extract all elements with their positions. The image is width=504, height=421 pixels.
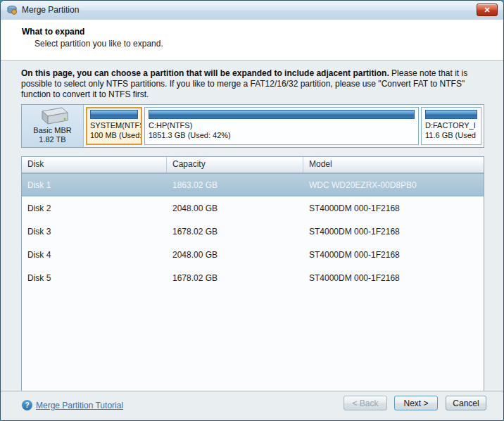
cell-capacity: 2048.00 GB xyxy=(167,250,303,260)
close-icon: ✕ xyxy=(484,6,490,14)
partitions-strip: SYSTEM(NTFS) 100 MB (Used: C:HP(NTFS) 18… xyxy=(84,105,484,147)
dialog-body: On this page, you can choose a partition… xyxy=(1,61,503,391)
step-title: What to expand xyxy=(22,27,503,37)
cell-capacity: 1678.02 GB xyxy=(167,227,303,237)
cell-model: WDC WD20EZRX-00D8PB0 xyxy=(303,180,484,190)
column-header-capacity[interactable]: Capacity xyxy=(167,157,303,172)
column-header-disk[interactable]: Disk xyxy=(22,157,167,172)
cell-capacity: 2048.00 GB xyxy=(167,203,303,213)
cell-model: ST4000DM 000-1F2168 xyxy=(303,203,484,213)
partition-name: SYSTEM(NTFS) xyxy=(90,120,138,130)
tutorial-link[interactable]: Merge Partition Tutorial xyxy=(36,401,123,410)
table-row-disk4[interactable]: Disk 4 2048.00 GB ST4000DM 000-1F2168 xyxy=(22,243,484,266)
next-button[interactable]: Next > xyxy=(394,396,438,410)
titlebar[interactable]: Merge Partition ✕ xyxy=(1,1,503,20)
cell-capacity: 1863.02 GB xyxy=(167,180,303,190)
question-mark: ? xyxy=(25,401,29,409)
instructions-text: On this page, you can choose a partition… xyxy=(21,68,486,100)
disk-info-panel[interactable]: Basic MBR 1.82 TB xyxy=(22,105,84,147)
partition-system[interactable]: SYSTEM(NTFS) 100 MB (Used: xyxy=(86,107,142,145)
instructions-lead: On this page, you can choose a partition… xyxy=(21,68,389,78)
cell-disk: Disk 4 xyxy=(22,250,167,260)
cell-disk: Disk 1 xyxy=(22,180,167,190)
partition-detail: 1851.3 GB (Used: 42%) xyxy=(149,130,415,140)
table-row-disk5[interactable]: Disk 5 1678.02 GB ST4000DM 000-1F2168 xyxy=(22,266,484,289)
cell-capacity: 1678.02 GB xyxy=(167,273,303,283)
cancel-button[interactable]: Cancel xyxy=(446,396,486,410)
step-subtitle: Select partition you like to expand. xyxy=(34,39,503,49)
cell-disk: Disk 5 xyxy=(22,273,167,283)
cell-disk: Disk 2 xyxy=(22,203,167,213)
table-row-disk3[interactable]: Disk 3 1678.02 GB ST4000DM 000-1F2168 xyxy=(22,220,484,243)
partition-name: C:HP(NTFS) xyxy=(149,120,415,130)
partition-usage-bar xyxy=(90,110,138,119)
close-button[interactable]: ✕ xyxy=(477,4,498,16)
partition-c[interactable]: C:HP(NTFS) 1851.3 GB (Used: 42%) xyxy=(144,107,419,145)
table-row-disk1[interactable]: Disk 1 1863.02 GB WDC WD20EZRX-00D8PB0 xyxy=(22,173,484,196)
merge-partition-window: Merge Partition ✕ What to expand Select … xyxy=(0,0,504,421)
partition-detail: 11.6 GB (Used xyxy=(425,130,477,140)
disk-size-label: 1.82 TB xyxy=(22,135,83,144)
cell-model: ST4000DM 000-1F2168 xyxy=(303,273,484,283)
window-title: Merge Partition xyxy=(22,5,79,15)
cell-disk: Disk 3 xyxy=(22,227,167,237)
table-header: Disk Capacity Model xyxy=(22,157,484,173)
hard-disk-icon xyxy=(22,106,83,126)
disk-table: Disk Capacity Model Disk 1 1863.02 GB WD… xyxy=(21,156,484,392)
cell-model: ST4000DM 000-1F2168 xyxy=(303,227,484,237)
partition-usage-bar xyxy=(149,110,415,119)
partition-name: D:FACTORY_I xyxy=(425,120,477,130)
partition-usage-bar xyxy=(425,110,477,119)
help-icon: ? xyxy=(22,400,32,410)
table-row-disk2[interactable]: Disk 2 2048.00 GB ST4000DM 000-1F2168 xyxy=(22,196,484,220)
footer: ? Merge Partition Tutorial < Back Next >… xyxy=(1,391,503,420)
column-header-model[interactable]: Model xyxy=(303,157,484,172)
cell-model: ST4000DM 000-1F2168 xyxy=(303,250,484,260)
back-button[interactable]: < Back xyxy=(344,396,387,410)
partition-detail: 100 MB (Used: xyxy=(90,130,138,140)
disk-map: Basic MBR 1.82 TB SYSTEM(NTFS) 100 MB (U… xyxy=(21,104,484,148)
partition-d[interactable]: D:FACTORY_I 11.6 GB (Used xyxy=(421,107,481,145)
disk-type-label: Basic MBR xyxy=(22,126,83,135)
app-icon xyxy=(6,4,18,15)
wizard-header: What to expand Select partition you like… xyxy=(1,20,503,61)
